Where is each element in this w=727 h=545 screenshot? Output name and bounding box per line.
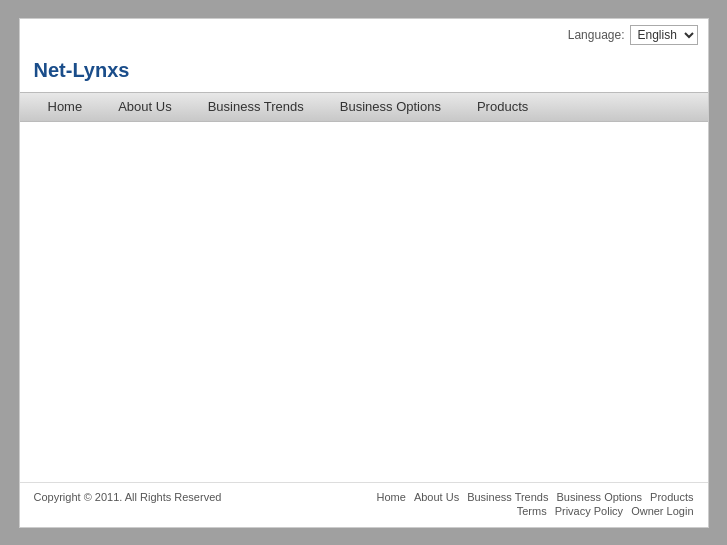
nav-item-about-us[interactable]: About Us — [100, 93, 189, 120]
nav-item-business-trends[interactable]: Business Trends — [190, 93, 322, 120]
footer-link-business-trends[interactable]: Business Trends — [467, 491, 548, 503]
brand-area: Net-Lynxs — [20, 51, 708, 92]
main-content — [20, 122, 708, 482]
page-wrapper: Language: English Net-Lynxs Home About U… — [19, 18, 709, 528]
footer: Copyright © 2011. All Rights Reserved Ho… — [20, 482, 708, 527]
footer-links-row1: Home About Us Business Trends Business O… — [377, 491, 694, 503]
footer-links: Home About Us Business Trends Business O… — [377, 491, 694, 519]
footer-links-row2: Terms Privacy Policy Owner Login — [377, 505, 694, 517]
nav-bar: Home About Us Business Trends Business O… — [20, 92, 708, 122]
top-bar: Language: English — [20, 19, 708, 51]
nav-item-home[interactable]: Home — [30, 93, 101, 120]
footer-link-privacy-policy[interactable]: Privacy Policy — [555, 505, 623, 517]
nav-item-business-options[interactable]: Business Options — [322, 93, 459, 120]
footer-link-business-options[interactable]: Business Options — [556, 491, 642, 503]
footer-link-about-us[interactable]: About Us — [414, 491, 459, 503]
footer-link-products[interactable]: Products — [650, 491, 693, 503]
language-label: Language: — [568, 28, 625, 42]
footer-link-terms[interactable]: Terms — [517, 505, 547, 517]
nav-item-products[interactable]: Products — [459, 93, 546, 120]
brand-title[interactable]: Net-Lynxs — [34, 59, 130, 81]
footer-link-home[interactable]: Home — [377, 491, 406, 503]
language-select[interactable]: English — [630, 25, 698, 45]
footer-copyright: Copyright © 2011. All Rights Reserved — [34, 491, 222, 503]
footer-link-owner-login[interactable]: Owner Login — [631, 505, 693, 517]
